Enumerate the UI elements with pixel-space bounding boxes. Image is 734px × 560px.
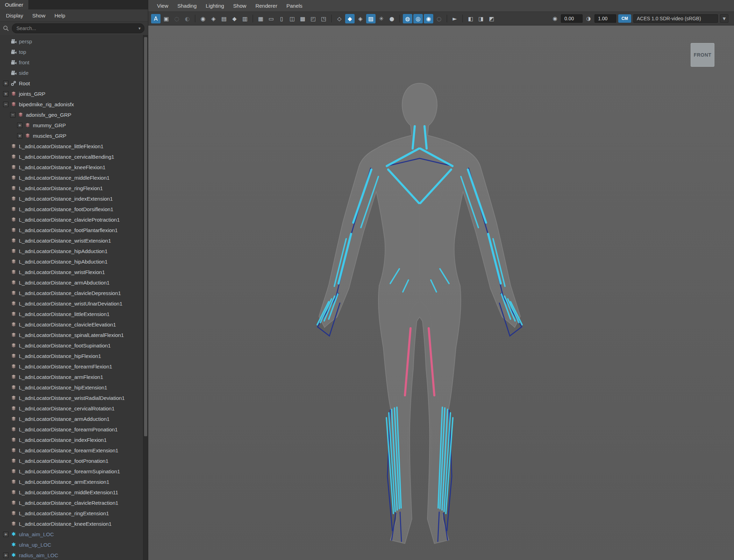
outliner-row[interactable]: ✱ L_adnLocatorDistance_kneeFlexion1 <box>0 162 148 172</box>
viewport-menu-lighting[interactable]: Lighting <box>201 3 229 9</box>
outliner-row[interactable]: ✱ L_adnLocatorDistance_forearmFlexion1 <box>0 361 148 372</box>
pane-layout-split-icon[interactable]: ◨ <box>476 14 486 23</box>
outliner-row[interactable]: ✱ L_adnLocatorDistance_armFlexion1 <box>0 372 148 382</box>
outliner-row[interactable]: ✱ L_adnLocatorDistance_clavicleElevation… <box>0 319 148 330</box>
textured-icon[interactable]: ◈ <box>356 14 365 23</box>
outliner-row[interactable]: ✱ muscles_GRP <box>0 130 148 141</box>
select-camera-icon[interactable]: ◉ <box>198 14 208 23</box>
use-all-lights-icon[interactable]: ✳ <box>377 14 386 23</box>
outliner-row[interactable]: ✱ L_adnLocatorDistance_clavicleRetractio… <box>0 497 148 508</box>
bookmark-icon[interactable]: ◆ <box>230 14 239 23</box>
scrollbar-thumb[interactable] <box>144 37 147 436</box>
expand-toggle[interactable] <box>3 91 8 96</box>
outliner-row[interactable]: ✱ L_adnLocatorDistance_armAdduction1 <box>0 414 148 424</box>
shadows-icon[interactable]: ● <box>387 14 397 23</box>
lock-camera-icon[interactable]: ◈ <box>209 14 218 23</box>
outliner-row[interactable]: ✱ L_adnLocatorDistance_cervicalRotation1 <box>0 403 148 414</box>
colorspace-chevron-icon[interactable]: ▼ <box>720 14 728 23</box>
body-mesh[interactable] <box>319 83 520 544</box>
viewport-canvas[interactable]: FRONT <box>148 26 734 560</box>
search-history-chevron-icon[interactable]: ▾ <box>138 26 141 31</box>
expand-toggle[interactable] <box>3 81 8 86</box>
search-filter-icon[interactable] <box>2 25 9 32</box>
outliner-menu-display[interactable]: Display <box>1 13 28 19</box>
anti-alias-icon[interactable]: ◉ <box>424 14 433 23</box>
outliner-row[interactable]: ✱ L_adnLocatorDistance_forearmPronation1 <box>0 424 148 435</box>
outliner-row[interactable]: ✱ L_adnLocatorDistance_middleFlexion1 <box>0 172 148 183</box>
motion-blur-icon[interactable]: ◎ <box>413 14 423 23</box>
safe-action-icon[interactable]: ◰ <box>308 14 318 23</box>
outliner-row[interactable]: ✱ L_adnLocatorDistance_littleFlexion1 <box>0 141 148 151</box>
outliner-row[interactable]: ✱ L_adnLocatorDistance_armAbduction1 <box>0 277 148 288</box>
viewport-menu-show[interactable]: Show <box>229 3 251 9</box>
colorspace-dropdown[interactable]: ACES 1.0 SDR-video (sRGB) <box>633 14 718 23</box>
outliner-row[interactable]: ✱ L_adnLocatorDistance_indexExtension1 <box>0 193 148 204</box>
outliner-row[interactable]: ✱ front <box>0 57 148 67</box>
outliner-row[interactable]: ✱ L_adnLocatorDistance_wristFlexion1 <box>0 267 148 277</box>
outliner-row[interactable]: ✱ L_adnLocatorDistance_ringExtension1 <box>0 508 148 518</box>
pane-layout-quad-icon[interactable]: ◩ <box>487 14 496 23</box>
expand-toggle[interactable] <box>17 133 22 138</box>
expand-toggle[interactable] <box>3 102 8 107</box>
outliner-row[interactable]: ✱ side <box>0 67 148 78</box>
outliner-row[interactable]: ✱ L_adnLocatorDistance_armExtension1 <box>0 476 148 487</box>
expand-toggle[interactable] <box>17 123 22 128</box>
outliner-row[interactable]: ✱ ulna_aim_LOC <box>0 529 148 539</box>
image-plane-icon[interactable]: ▥ <box>240 14 250 23</box>
lasso-select-icon[interactable]: ◌ <box>172 14 181 23</box>
search-input[interactable] <box>16 25 138 31</box>
paint-select-icon[interactable]: ◐ <box>183 14 192 23</box>
gamma-field[interactable]: 1.00 <box>594 14 616 23</box>
pane-layout-single-icon[interactable]: ◧ <box>466 14 475 23</box>
outliner-tab[interactable]: Outliner <box>0 0 28 9</box>
gate-mask-icon[interactable]: ◫ <box>287 14 297 23</box>
viewport-menu-renderer[interactable]: Renderer <box>251 3 282 9</box>
character-mesh[interactable] <box>269 74 570 560</box>
expand-toggle[interactable] <box>3 532 8 537</box>
outliner-row[interactable]: ✱ L_adnLocatorDistance_clavicleDepressio… <box>0 288 148 298</box>
outliner-row[interactable]: ✱ persp <box>0 36 148 46</box>
outliner-scrollbar[interactable] <box>143 35 148 560</box>
outliner-row[interactable]: ✱ L_adnLocatorDistance_hipAdduction1 <box>0 246 148 256</box>
outliner-row[interactable]: ✱ L_adnLocatorDistance_hipFlexion1 <box>0 351 148 361</box>
viewport-menu-shading[interactable]: Shading <box>173 3 201 9</box>
outliner-row[interactable]: ✱ L_adnLocatorDistance_clavicleProtracti… <box>0 214 148 225</box>
film-gate-icon[interactable]: ▭ <box>266 14 276 23</box>
outliner-row[interactable]: ✱ L_adnLocatorDistance_middleExtension11 <box>0 487 148 497</box>
depth-of-field-icon[interactable]: ○ <box>434 14 444 23</box>
wireframe-icon[interactable]: ◇ <box>335 14 344 23</box>
outliner-row[interactable]: ✱ joints_GRP <box>0 88 148 99</box>
smooth-shade-icon[interactable]: ◆ <box>345 14 355 23</box>
outliner-row[interactable]: ✱ L_adnLocatorDistance_footSupination1 <box>0 340 148 351</box>
outliner-row[interactable]: ✱ L_adnLocatorDistance_wristUlnarDeviati… <box>0 298 148 309</box>
camera-attributes-icon[interactable]: ▤ <box>219 14 229 23</box>
outliner-row[interactable]: ✱ L_adnLocatorDistance_forearmExtension1 <box>0 445 148 455</box>
exposure-icon[interactable]: ◉ <box>551 15 559 22</box>
selection-pointer-icon[interactable]: ► <box>450 14 459 23</box>
viewport-menu-view[interactable]: View <box>152 3 173 9</box>
outliner-row[interactable]: ✱ L_adnLocatorDistance_hipAbduction1 <box>0 256 148 267</box>
safe-title-icon[interactable]: ◳ <box>319 14 328 23</box>
grid-icon[interactable]: ▦ <box>256 14 265 23</box>
screen-space-ao-icon[interactable]: ◍ <box>403 14 412 23</box>
outliner-row[interactable]: ✱ bipedmike_rig_adonisfx <box>0 99 148 109</box>
outliner-row[interactable]: ✱ top <box>0 46 148 57</box>
outliner-row[interactable]: ✱ L_adnLocatorDistance_cervicalBending1 <box>0 151 148 162</box>
outliner-menu-help[interactable]: Help <box>50 13 70 19</box>
outliner-row[interactable]: ✱ radius_aim_LOC <box>0 550 148 560</box>
outliner-row[interactable]: ✱ L_adnLocatorDistance_ringFlexion1 <box>0 183 148 193</box>
outliner-row[interactable]: ✱ L_adnLocatorDistance_spinalLateralFlex… <box>0 330 148 340</box>
outliner-row[interactable]: ✱ L_adnLocatorDistance_littleExtension1 <box>0 309 148 319</box>
outliner-row[interactable]: ✱ L_adnLocatorDistance_footDorsiflexion1 <box>0 204 148 214</box>
marquee-select-icon[interactable]: ▣ <box>162 14 171 23</box>
outliner-row[interactable]: ✱ adonisfx_geo_GRP <box>0 109 148 120</box>
exposure-field[interactable]: 0.00 <box>561 14 583 23</box>
viewport-menu-panels[interactable]: Panels <box>282 3 307 9</box>
outliner-row[interactable]: ✱ ulna_up_LOC <box>0 539 148 550</box>
outliner-row[interactable]: ✱ mummy_GRP <box>0 120 148 130</box>
gamma-icon[interactable]: ◑ <box>585 15 592 22</box>
color-management-toggle[interactable]: CM <box>618 14 631 23</box>
outliner-row[interactable]: ✱ L_adnLocatorDistance_wristExtension1 <box>0 235 148 246</box>
outliner-menu-show[interactable]: Show <box>28 13 50 19</box>
outliner-row[interactable]: ✱ L_adnLocatorDistance_hipExtension1 <box>0 382 148 393</box>
